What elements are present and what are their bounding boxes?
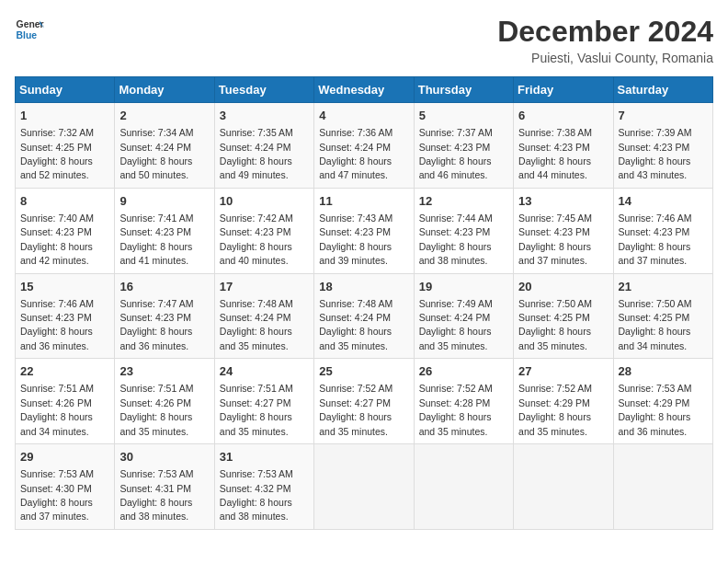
calendar-day-cell: 3 Sunrise: 7:35 AMSunset: 4:24 PMDayligh… (214, 103, 313, 189)
day-info: Sunrise: 7:41 AMSunset: 4:23 PMDaylight:… (119, 213, 193, 266)
calendar-day-cell (314, 444, 414, 530)
calendar-week-row: 15 Sunrise: 7:46 AMSunset: 4:23 PMDaylig… (16, 273, 713, 359)
day-number: 3 (220, 108, 309, 124)
calendar-week-row: 1 Sunrise: 7:32 AMSunset: 4:25 PMDayligh… (16, 103, 713, 189)
page-header: General Blue General Blue December 2024 … (15, 15, 713, 65)
day-info: Sunrise: 7:52 AMSunset: 4:29 PMDaylight:… (518, 383, 592, 436)
calendar-header-row: SundayMondayTuesdayWednesdayThursdayFrid… (16, 77, 713, 103)
calendar-day-cell: 25 Sunrise: 7:52 AMSunset: 4:27 PMDaylig… (314, 359, 414, 444)
calendar-day-header: Friday (514, 77, 613, 103)
calendar-day-cell: 10 Sunrise: 7:42 AMSunset: 4:23 PMDaylig… (214, 188, 313, 273)
location: Puiesti, Vaslui County, Romania (497, 51, 713, 65)
month-title: December 2024 (497, 15, 713, 49)
calendar-day-cell: 8 Sunrise: 7:40 AMSunset: 4:23 PMDayligh… (16, 188, 115, 273)
day-number: 25 (319, 363, 408, 380)
logo-icon: General Blue (15, 15, 44, 44)
day-info: Sunrise: 7:38 AMSunset: 4:23 PMDaylight:… (518, 127, 592, 180)
calendar-day-header: Sunday (16, 77, 115, 103)
day-number: 6 (518, 108, 608, 124)
svg-text:Blue: Blue (17, 30, 38, 40)
day-number: 8 (20, 193, 109, 210)
day-number: 18 (319, 279, 408, 295)
day-number: 4 (319, 108, 408, 124)
day-info: Sunrise: 7:51 AMSunset: 4:26 PMDaylight:… (119, 383, 193, 436)
calendar-day-cell: 2 Sunrise: 7:34 AMSunset: 4:24 PMDayligh… (115, 103, 214, 189)
calendar-day-cell (613, 444, 712, 530)
day-info: Sunrise: 7:53 AMSunset: 4:31 PMDaylight:… (119, 468, 193, 522)
day-number: 12 (419, 193, 508, 210)
day-info: Sunrise: 7:34 AMSunset: 4:24 PMDaylight:… (119, 127, 193, 180)
day-number: 10 (220, 193, 309, 210)
calendar-day-cell: 7 Sunrise: 7:39 AMSunset: 4:23 PMDayligh… (613, 103, 712, 189)
day-info: Sunrise: 7:36 AMSunset: 4:24 PMDaylight:… (319, 127, 392, 180)
day-number: 27 (518, 363, 608, 380)
day-number: 30 (119, 449, 209, 465)
day-number: 22 (20, 363, 109, 380)
day-info: Sunrise: 7:39 AMSunset: 4:23 PMDaylight:… (619, 127, 692, 180)
calendar-day-cell: 13 Sunrise: 7:45 AMSunset: 4:23 PMDaylig… (514, 188, 613, 273)
day-info: Sunrise: 7:48 AMSunset: 4:24 PMDaylight:… (319, 298, 392, 351)
day-number: 5 (419, 108, 508, 124)
calendar-day-header: Saturday (613, 77, 712, 103)
day-number: 28 (619, 363, 708, 380)
day-info: Sunrise: 7:53 AMSunset: 4:32 PMDaylight:… (220, 468, 293, 522)
calendar-day-cell: 31 Sunrise: 7:53 AMSunset: 4:32 PMDaylig… (214, 444, 313, 530)
day-number: 29 (20, 449, 109, 465)
day-number: 11 (319, 193, 408, 210)
day-number: 23 (119, 363, 209, 380)
day-info: Sunrise: 7:50 AMSunset: 4:25 PMDaylight:… (619, 298, 692, 351)
day-number: 9 (119, 193, 209, 210)
calendar-day-cell: 16 Sunrise: 7:47 AMSunset: 4:23 PMDaylig… (115, 273, 214, 359)
calendar-day-cell: 1 Sunrise: 7:32 AMSunset: 4:25 PMDayligh… (16, 103, 115, 189)
calendar-day-cell: 11 Sunrise: 7:43 AMSunset: 4:23 PMDaylig… (314, 188, 414, 273)
calendar-day-cell: 22 Sunrise: 7:51 AMSunset: 4:26 PMDaylig… (16, 359, 115, 444)
day-number: 19 (419, 279, 508, 295)
calendar-day-cell: 20 Sunrise: 7:50 AMSunset: 4:25 PMDaylig… (514, 273, 613, 359)
calendar-day-cell: 12 Sunrise: 7:44 AMSunset: 4:23 PMDaylig… (414, 188, 513, 273)
calendar-day-header: Thursday (414, 77, 513, 103)
logo: General Blue General Blue (15, 15, 44, 44)
calendar-day-cell: 6 Sunrise: 7:38 AMSunset: 4:23 PMDayligh… (514, 103, 613, 189)
calendar-week-row: 8 Sunrise: 7:40 AMSunset: 4:23 PMDayligh… (16, 188, 713, 273)
calendar-day-cell (514, 444, 613, 530)
day-info: Sunrise: 7:37 AMSunset: 4:23 PMDaylight:… (419, 127, 493, 180)
day-number: 2 (119, 108, 209, 124)
day-number: 16 (119, 279, 209, 295)
calendar-day-cell: 24 Sunrise: 7:51 AMSunset: 4:27 PMDaylig… (214, 359, 313, 444)
day-number: 15 (20, 279, 109, 295)
day-info: Sunrise: 7:52 AMSunset: 4:28 PMDaylight:… (419, 383, 493, 436)
day-number: 1 (20, 108, 109, 124)
day-number: 21 (619, 279, 708, 295)
calendar-day-cell: 23 Sunrise: 7:51 AMSunset: 4:26 PMDaylig… (115, 359, 214, 444)
calendar-day-cell: 28 Sunrise: 7:53 AMSunset: 4:29 PMDaylig… (613, 359, 712, 444)
day-info: Sunrise: 7:46 AMSunset: 4:23 PMDaylight:… (619, 213, 692, 266)
day-info: Sunrise: 7:50 AMSunset: 4:25 PMDaylight:… (518, 298, 592, 351)
day-number: 17 (220, 279, 309, 295)
day-info: Sunrise: 7:45 AMSunset: 4:23 PMDaylight:… (518, 213, 592, 266)
day-info: Sunrise: 7:47 AMSunset: 4:23 PMDaylight:… (119, 298, 193, 351)
day-info: Sunrise: 7:40 AMSunset: 4:23 PMDaylight:… (20, 213, 94, 266)
day-info: Sunrise: 7:44 AMSunset: 4:23 PMDaylight:… (419, 213, 493, 266)
day-number: 31 (220, 449, 309, 465)
calendar-day-cell (414, 444, 513, 530)
calendar-week-row: 22 Sunrise: 7:51 AMSunset: 4:26 PMDaylig… (16, 359, 713, 444)
calendar-day-cell: 21 Sunrise: 7:50 AMSunset: 4:25 PMDaylig… (613, 273, 712, 359)
calendar-day-cell: 27 Sunrise: 7:52 AMSunset: 4:29 PMDaylig… (514, 359, 613, 444)
calendar-day-header: Wednesday (314, 77, 414, 103)
calendar-body: 1 Sunrise: 7:32 AMSunset: 4:25 PMDayligh… (16, 103, 713, 530)
day-number: 14 (619, 193, 708, 210)
calendar-day-cell: 4 Sunrise: 7:36 AMSunset: 4:24 PMDayligh… (314, 103, 414, 189)
day-info: Sunrise: 7:32 AMSunset: 4:25 PMDaylight:… (20, 127, 94, 180)
calendar-day-cell: 18 Sunrise: 7:48 AMSunset: 4:24 PMDaylig… (314, 273, 414, 359)
day-number: 24 (220, 363, 309, 380)
title-section: December 2024 Puiesti, Vaslui County, Ro… (497, 15, 713, 65)
calendar-day-header: Monday (115, 77, 214, 103)
calendar-day-cell: 15 Sunrise: 7:46 AMSunset: 4:23 PMDaylig… (16, 273, 115, 359)
calendar-day-cell: 30 Sunrise: 7:53 AMSunset: 4:31 PMDaylig… (115, 444, 214, 530)
calendar-day-header: Tuesday (214, 77, 313, 103)
day-number: 7 (619, 108, 708, 124)
day-info: Sunrise: 7:53 AMSunset: 4:30 PMDaylight:… (20, 468, 94, 522)
day-info: Sunrise: 7:35 AMSunset: 4:24 PMDaylight:… (220, 127, 293, 180)
calendar-table: SundayMondayTuesdayWednesdayThursdayFrid… (15, 76, 713, 530)
day-info: Sunrise: 7:53 AMSunset: 4:29 PMDaylight:… (619, 383, 692, 436)
